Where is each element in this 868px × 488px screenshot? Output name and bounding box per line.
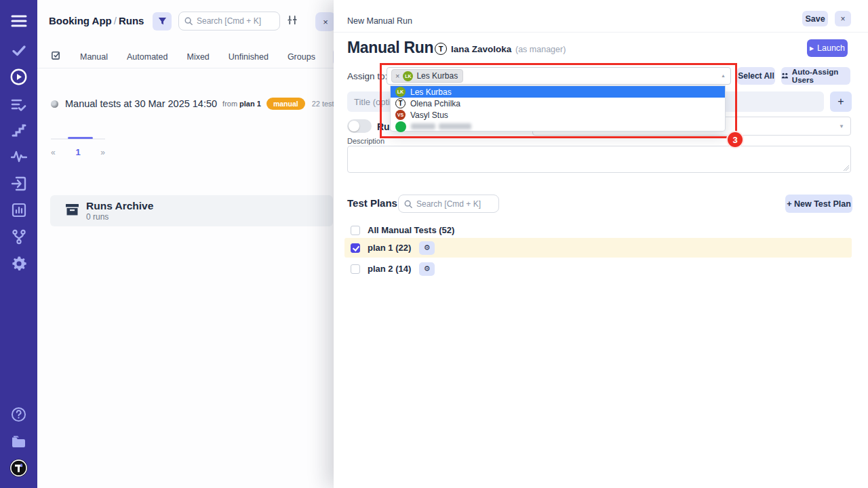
checkbox-unchecked[interactable] [351,226,360,235]
test-plans-search-input[interactable]: Search [Cmd + K] [398,195,499,213]
tab-unfinished[interactable]: Unfinished [229,52,269,62]
assign-to-label: Assign to: [347,71,387,81]
select-all-button[interactable]: Select All [737,67,775,85]
chevron-down-icon: ▼ [839,123,844,129]
gear-icon: ⚙ [424,243,431,252]
filter-button[interactable] [153,12,172,30]
plan-row-plan-1[interactable]: plan 1 (22) ⚙ [344,238,852,258]
plan-label[interactable]: plan 2 (14) [368,264,411,274]
auto-assign-label: Auto-Assign Users [792,68,850,84]
dropdown-option-les-kurbas[interactable]: LK Les Kurbas [391,86,725,98]
description-textarea[interactable] [347,146,851,173]
tab-groups[interactable]: Groups [288,52,315,62]
check-icon[interactable] [0,42,37,60]
new-test-plan-button[interactable]: + New Test Plan [785,195,852,213]
plan-settings-button[interactable]: ⚙ [419,241,435,255]
funnel-icon [158,17,167,26]
chip-name: Les Kurbas [416,71,458,81]
test-plans-heading: Test Plans [347,197,397,209]
assignee-dropdown: LK Les Kurbas T Olena Pchilka VS Vasyl S… [390,85,726,131]
pulse-icon[interactable] [0,148,37,165]
run-type-badge: manual [267,98,305,110]
tab-manual[interactable]: Manual [80,52,108,62]
page-title: Manual Run [347,39,433,57]
assignee-chip: × LK Les Kurbas [391,69,463,83]
plan-row-plan-2[interactable]: plan 2 (14) ⚙ [344,259,852,279]
bar-chart-icon[interactable] [0,201,37,219]
divider [37,68,334,68]
tab-mixed[interactable]: Mixed [186,52,209,62]
search-icon [184,17,193,25]
help-icon[interactable] [0,405,37,423]
run-toggle[interactable] [347,119,372,133]
app-sidebar [0,0,37,488]
avatar: LK [395,87,406,97]
auto-assign-users-button[interactable]: Auto-Assign Users [781,67,850,85]
dropdown-option-vasyl-stus[interactable]: VS Vasyl Stus [391,109,725,121]
avatar: LK [403,71,413,81]
run-status-icon [51,100,58,108]
runs-search-input[interactable]: Search [Cmd + K] [178,12,280,30]
dropdown-option-redacted[interactable] [391,121,725,132]
panel-close-button[interactable]: × [315,12,336,31]
run-list-item[interactable]: Manual tests at 30 Mar 2025 14:50 from p… [51,95,329,113]
testomat-logo[interactable] [0,458,37,477]
list-check-icon[interactable] [0,96,37,113]
add-title-button[interactable]: + [830,92,852,112]
option-name: Olena Pchilka [410,99,460,108]
chip-remove-icon[interactable]: × [395,72,399,80]
plus-icon: + [837,96,844,108]
archive-count: 0 runs [86,212,153,222]
adjustments-icon[interactable] [287,15,298,28]
pagination-page-1[interactable]: 1 [75,147,80,157]
breadcrumb-page: Runs [119,15,144,26]
plan-label[interactable]: All Manual Tests (52) [368,225,454,235]
steps-icon[interactable] [0,123,37,139]
pagination-prev[interactable]: « [51,148,56,157]
modal-close-button[interactable]: × [835,11,851,26]
run-title[interactable]: Manual tests at 30 Mar 2025 14:50 [65,98,217,109]
new-manual-run-modal: New Manual Run Save × Manual Run T Iana … [334,0,868,488]
launch-label: Launch [817,43,845,53]
checkbox-checked[interactable] [351,243,360,253]
archive-title: Runs Archive [86,200,153,212]
runs-header: Booking App/Runs Search [Cmd + K] × [37,0,334,41]
app-root: Booking App/Runs Search [Cmd + K] × Manu… [0,0,868,488]
plan-label[interactable]: plan 1 (22) [368,243,411,253]
pagination-next[interactable]: » [100,148,105,157]
menu-icon[interactable] [0,12,37,30]
launch-button[interactable]: ▶ Launch [807,39,848,57]
breadcrumb: Booking App/Runs [49,15,144,26]
search-icon [404,200,412,208]
folder-icon[interactable] [0,432,37,450]
description-label: Description [347,137,384,145]
runs-filter-tabs: Manual Automated Mixed Unfinished Groups… [37,47,334,66]
close-icon: × [323,17,328,27]
breadcrumb-separator: / [112,15,119,26]
manager-name: Iana Zavoloka [451,44,511,54]
select-runs-icon[interactable] [51,50,61,63]
runs-archive-card[interactable]: Runs Archive 0 runs [50,195,333,226]
play-icon: ▶ [810,45,814,52]
play-circle-icon[interactable] [0,68,37,85]
checkbox-unchecked[interactable] [351,264,360,274]
dropdown-option-olena-pchilka[interactable]: T Olena Pchilka [391,98,725,109]
pagination-thumb[interactable] [68,137,93,139]
plan-settings-button[interactable]: ⚙ [419,262,435,276]
resize-grip[interactable] [843,165,849,171]
plan-row-all-manual-tests[interactable]: All Manual Tests (52) [344,220,852,240]
import-icon[interactable] [0,175,37,192]
branch-icon[interactable] [0,228,37,245]
users-icon [781,72,789,80]
breadcrumb-project[interactable]: Booking App [49,15,112,26]
save-button[interactable]: Save [802,11,828,26]
gear-icon: ⚙ [424,264,431,273]
chevron-up-icon: ▲ [721,73,726,78]
manager-avatar: T [435,43,447,55]
tab-automated[interactable]: Automated [127,52,167,62]
avatar [395,121,406,132]
divider [334,32,868,33]
run-plan-name[interactable]: plan 1 [239,100,261,108]
gear-icon[interactable] [0,254,37,273]
assignee-multiselect[interactable]: × LK Les Kurbas ▲ [387,67,731,85]
